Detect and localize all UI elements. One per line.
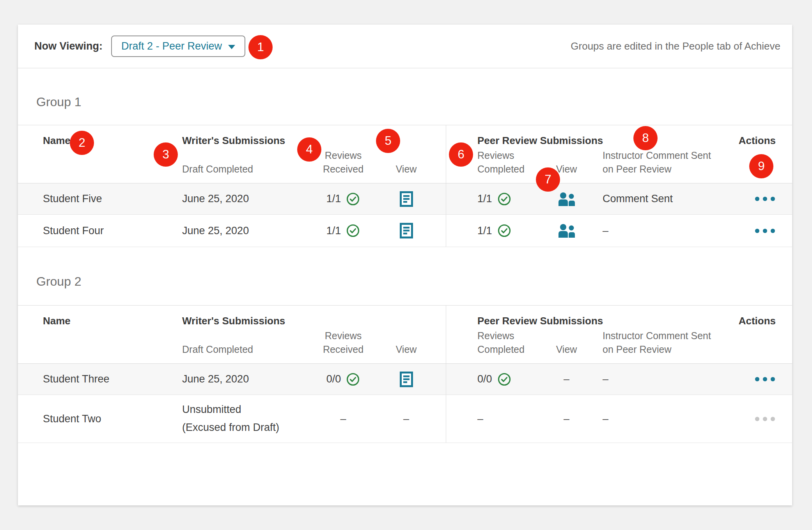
ellipsis-icon bbox=[755, 417, 759, 421]
table-row: Student Five June 25, 2020 1/1 1/1 Comme… bbox=[18, 183, 792, 215]
reviews-received-cell: 0/0 bbox=[300, 372, 386, 386]
document-icon bbox=[400, 223, 413, 238]
view-peer-review-button[interactable] bbox=[558, 224, 576, 238]
actions-menu-button[interactable] bbox=[754, 194, 776, 203]
callout-badge-2: 2 bbox=[70, 131, 94, 155]
callout-badge-3: 3 bbox=[154, 142, 178, 167]
view-draft-button[interactable] bbox=[400, 372, 413, 387]
reviews-completed-value: 1/1 bbox=[477, 225, 492, 237]
student-name: Student Four bbox=[43, 225, 182, 237]
callout-badge-1: 1 bbox=[248, 35, 273, 59]
peer-review-panel: Now Viewing: Draft 2 - Peer Review Group… bbox=[18, 25, 792, 505]
actions-cell bbox=[731, 375, 776, 384]
reviews-received-cell: – bbox=[300, 413, 386, 425]
actions-menu-button[interactable] bbox=[754, 375, 776, 384]
column-header-view-peer: View bbox=[530, 306, 603, 363]
draft-status: June 25, 2020 bbox=[182, 373, 300, 385]
reviews-completed-cell: 1/1 bbox=[446, 183, 530, 214]
column-header-reviews-completed: Reviews Completed bbox=[477, 329, 530, 356]
student-name: Student Five bbox=[43, 193, 182, 205]
table-header-group-2: Name Writer's Submissions Draft Complete… bbox=[18, 305, 792, 364]
document-icon bbox=[400, 191, 413, 207]
column-header-writers-submissions: Writer's Submissions Draft Completed bbox=[182, 306, 300, 363]
reviews-received-value: 0/0 bbox=[326, 373, 341, 385]
reviews-completed-cell: 0/0 bbox=[446, 364, 530, 395]
check-circle-icon bbox=[497, 224, 511, 238]
draft-status-line: (Excused from Draft) bbox=[182, 419, 279, 437]
callout-badge-8: 8 bbox=[633, 126, 658, 150]
reviews-completed-value: 0/0 bbox=[477, 373, 492, 385]
assignment-dropdown-value: Draft 2 - Peer Review bbox=[121, 40, 222, 52]
draft-status: June 25, 2020 bbox=[182, 225, 300, 237]
groups-edit-note: Groups are edited in the People tab of A… bbox=[571, 40, 780, 52]
callout-badge-6: 6 bbox=[449, 142, 473, 167]
actions-cell bbox=[731, 194, 776, 203]
view-draft-cell bbox=[386, 223, 446, 238]
actions-menu-button-disabled bbox=[754, 414, 776, 423]
view-draft-cell: – bbox=[386, 413, 446, 425]
table-row: Student Three June 25, 2020 0/0 0/0 – – bbox=[18, 364, 792, 395]
document-icon bbox=[400, 372, 413, 387]
ellipsis-icon bbox=[755, 197, 759, 201]
table-header-group-1: Name Writer's Submissions Draft Complete… bbox=[18, 125, 792, 183]
column-header-name: Name bbox=[43, 306, 182, 363]
callout-badge-7: 7 bbox=[536, 167, 560, 192]
view-peer-review-button[interactable] bbox=[558, 192, 576, 206]
view-peer-review-cell: – bbox=[530, 413, 603, 425]
draft-status-line: Unsubmitted bbox=[182, 401, 279, 419]
assignment-dropdown[interactable]: Draft 2 - Peer Review bbox=[111, 36, 245, 57]
reviews-completed-cell: 1/1 bbox=[446, 215, 530, 247]
student-name: Student Three bbox=[43, 373, 182, 385]
ellipsis-icon bbox=[755, 377, 759, 381]
instructor-comment-status: – bbox=[603, 225, 731, 237]
view-peer-review-cell: – bbox=[530, 373, 603, 385]
actions-cell bbox=[731, 414, 776, 423]
instructor-comment-status: Comment Sent bbox=[603, 193, 731, 205]
draft-status: June 25, 2020 bbox=[182, 193, 300, 205]
people-icon bbox=[558, 224, 576, 238]
column-header-view-writer: View bbox=[386, 306, 446, 363]
check-circle-icon bbox=[346, 192, 360, 206]
reviews-received-cell: 1/1 bbox=[300, 224, 386, 238]
column-header-instructor-comment: Instructor Comment Sent on Peer Review bbox=[603, 306, 731, 363]
check-circle-icon bbox=[346, 372, 360, 386]
callout-badge-4: 4 bbox=[297, 137, 321, 162]
reviews-completed-value: 1/1 bbox=[477, 193, 492, 205]
column-header-reviews-received: Reviews Received bbox=[300, 306, 386, 363]
group-title: Group 2 bbox=[36, 274, 82, 289]
reviews-received-cell: 1/1 bbox=[300, 192, 386, 206]
view-draft-button[interactable] bbox=[400, 223, 413, 238]
student-name: Student Two bbox=[43, 413, 182, 425]
column-header-peer-review-submissions: Peer Review Submissions Reviews Complete… bbox=[446, 306, 530, 363]
check-circle-icon bbox=[497, 372, 511, 386]
group-title-band: Group 1 bbox=[18, 68, 792, 125]
now-viewing-label: Now Viewing: bbox=[34, 40, 103, 52]
reviews-received-value: 1/1 bbox=[326, 225, 341, 237]
view-draft-cell bbox=[386, 191, 446, 207]
view-peer-review-cell bbox=[530, 192, 603, 206]
callout-badge-5: 5 bbox=[376, 129, 400, 153]
chevron-down-icon bbox=[228, 45, 235, 49]
column-header-actions: Actions bbox=[731, 306, 776, 363]
column-header-draft-completed: Draft Completed bbox=[182, 162, 300, 176]
view-draft-cell bbox=[386, 372, 446, 387]
check-circle-icon bbox=[497, 192, 511, 206]
group-title: Group 1 bbox=[36, 95, 82, 109]
column-header-draft-completed: Draft Completed bbox=[182, 343, 300, 356]
reviews-completed-cell: – bbox=[446, 395, 530, 443]
column-header-instructor-comment: Instructor Comment Sent on Peer Review bbox=[603, 125, 731, 183]
table-row: Student Two Unsubmitted (Excused from Dr… bbox=[18, 395, 792, 443]
table-row: Student Four June 25, 2020 1/1 1/1 – bbox=[18, 215, 792, 247]
callout-badge-9: 9 bbox=[749, 154, 773, 178]
reviews-received-value: 1/1 bbox=[326, 193, 341, 205]
actions-menu-button[interactable] bbox=[754, 226, 776, 235]
instructor-comment-status: – bbox=[603, 373, 731, 385]
instructor-comment-status: – bbox=[603, 413, 731, 425]
view-draft-button[interactable] bbox=[400, 191, 413, 207]
view-peer-review-cell bbox=[530, 224, 603, 238]
draft-status: Unsubmitted (Excused from Draft) bbox=[182, 401, 300, 437]
check-circle-icon bbox=[346, 224, 360, 238]
top-bar: Now Viewing: Draft 2 - Peer Review Group… bbox=[18, 25, 792, 68]
actions-cell bbox=[731, 226, 776, 235]
column-header-writers-submissions: Writer's Submissions Draft Completed bbox=[182, 125, 300, 183]
